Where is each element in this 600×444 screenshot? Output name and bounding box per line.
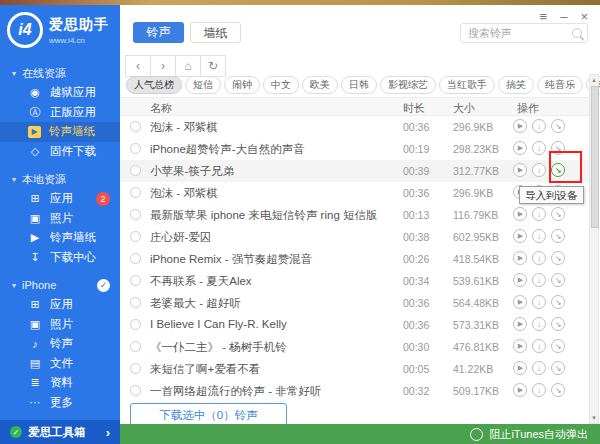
download-button[interactable]: ↓ [532,207,546,221]
sidebar-item-ringtones-wallpapers[interactable]: ▶ 铃声墙纸 [0,122,120,142]
sidebar-item-ringtones-wallpapers-local[interactable]: ▶ 铃声墙纸 [0,228,120,248]
sidebar-item-jailbreak-apps[interactable]: ◉ 越狱应用 [0,83,120,103]
home-button[interactable]: ⌂ [175,55,201,77]
forward-button[interactable]: › [150,55,176,77]
download-button[interactable]: ↓ [532,383,546,397]
close-icon[interactable]: × [580,10,588,24]
block-itunes-checkbox[interactable] [470,428,483,441]
download-button[interactable]: ↓ [532,229,546,243]
import-to-device-button[interactable]: ↘ [551,251,565,265]
row-checkbox[interactable] [130,187,141,198]
ringtone-row[interactable]: 不再联系 - 夏天Alex 00:34 539.61KB ▶ ↓ ↘ [120,270,589,292]
tab-ringtones[interactable]: 铃声 [133,22,184,43]
search-icon[interactable] [572,28,582,38]
play-button[interactable]: ▶ [513,361,527,375]
menu-icon[interactable]: ≡ [540,10,548,24]
download-button[interactable]: ↓ [532,317,546,331]
download-button[interactable]: ↓ [532,361,546,375]
download-button[interactable]: ↓ [532,339,546,353]
search-input[interactable] [466,26,572,40]
ringtone-row[interactable]: 最新版苹果 iphone 来电短信铃声 ring 短信版 00:13 116.7… [120,204,589,226]
play-button[interactable]: ▶ [513,119,527,133]
ringtone-row[interactable]: 小苹果-筷子兄弟 00:39 312.77KB ▶ ↓ ↘ [120,160,589,182]
import-to-device-button[interactable]: ↘ [551,361,565,375]
refresh-button[interactable]: ↻ [200,55,226,77]
play-button[interactable]: ▶ [513,251,527,265]
play-button[interactable]: ▶ [513,339,527,353]
import-to-device-button[interactable]: ↘ [551,273,565,287]
sidebar-item-firmware-download[interactable]: ◇ 固件下载 [0,142,120,162]
sidebar-item-iphone-files[interactable]: ▤ 文件 [0,354,120,374]
download-button[interactable]: ↓ [532,251,546,265]
category-tab-5[interactable]: 日韩 [341,76,377,94]
row-checkbox[interactable] [130,385,141,396]
category-tab-2[interactable]: 闹钟 [224,76,260,94]
import-to-device-button[interactable]: ↘ [551,229,565,243]
play-button[interactable]: ▶ [513,295,527,309]
import-to-device-button[interactable]: ↘ [551,339,565,353]
play-button[interactable]: ▶ [513,229,527,243]
scroll-down-icon[interactable]: ▾ [590,413,598,423]
category-tab-8[interactable]: 搞笑 [498,76,534,94]
sidebar-section-header[interactable]: ▾iPhone✓ [0,275,120,295]
ringtone-row[interactable]: 老婆最大 - 超好听 00:36 564.48KB ▶ ↓ ↘ [120,292,589,314]
row-checkbox[interactable] [130,253,141,264]
category-tab-7[interactable]: 当红歌手 [439,76,495,94]
ringtone-row[interactable]: 一首网络超流行的铃声 - 非常好听 00:32 509.17KB ▶ ↓ ↘ [120,380,589,402]
sidebar-item-iphone-photos[interactable]: ▣ 照片 [0,315,120,335]
sidebar-item-photos[interactable]: ▣ 照片 [0,209,120,229]
ringtone-row[interactable]: iPhone Remix - 强节奏超赞混音 00:26 418.54KB ▶ … [120,248,589,270]
category-tab-4[interactable]: 欧美 [302,76,338,94]
import-to-device-button[interactable]: ↘ [551,207,565,221]
play-button[interactable]: ▶ [513,163,527,177]
download-button[interactable]: ↓ [532,163,546,177]
row-checkbox[interactable] [130,209,141,220]
play-button[interactable]: ▶ [513,273,527,287]
sidebar-section-header[interactable]: ▾本地资源 [0,169,120,189]
sidebar-item-iphone-more[interactable]: ⋯ 更多 [0,393,120,413]
sidebar-item-genuine-apps[interactable]: Ⓐ 正版应用 [0,103,120,123]
ringtone-row[interactable]: 来短信了啊+爱看不看 00:05 41.22KB ▶ ↓ ↘ [120,358,589,380]
scroll-up-icon[interactable]: ▴ [590,75,598,85]
ringtone-row[interactable]: 泡沫 - 邓紫棋 00:36 296.9KB ▶ ↓ ↘ [120,116,589,138]
sidebar-item-iphone-ringtones[interactable]: ♪ 铃声 [0,334,120,354]
row-checkbox[interactable] [130,165,141,176]
sidebar-item-toolbox[interactable]: ✓ 爱思工具箱 › [0,420,120,444]
minimize-icon[interactable]: – [560,10,567,24]
category-tab-1[interactable]: 短信 [185,76,221,94]
play-button[interactable]: ▶ [513,383,527,397]
download-button[interactable]: ↓ [532,141,546,155]
row-checkbox[interactable] [130,143,141,154]
import-to-device-button[interactable]: ↘ [551,119,565,133]
import-to-device-button[interactable]: ↘ [551,295,565,309]
ringtone-row[interactable]: 庄心妍-爱囚 00:38 602.95KB ▶ ↓ ↘ [120,226,589,248]
row-checkbox[interactable] [130,319,141,330]
scrollbar-thumb[interactable] [591,86,599,228]
tab-wallpapers[interactable]: 墙纸 [190,22,241,43]
play-button[interactable]: ▶ [513,317,527,331]
category-tab-3[interactable]: 中文 [263,76,299,94]
row-checkbox[interactable] [130,363,141,374]
sidebar-item-apps[interactable]: ⊞ 应用 2 [0,189,120,209]
ringtone-row[interactable]: I Believe I Can Fly-R. Kelly 00:36 573.3… [120,314,589,336]
download-button[interactable]: ↓ [532,295,546,309]
import-to-device-button[interactable]: ↘ [551,383,565,397]
back-button[interactable]: ‹ [125,55,151,77]
download-button[interactable]: ↓ [532,273,546,287]
category-tab-0[interactable]: 人气总榜 [126,76,182,94]
search-box[interactable] [460,23,588,43]
row-checkbox[interactable] [130,231,141,242]
category-tab-6[interactable]: 影视综艺 [380,76,436,94]
play-button[interactable]: ▶ [513,141,527,155]
ringtone-row[interactable]: iPhone超赞铃声-大自然的声音 00:19 298.23KB ▶ ↓ ↘ [120,138,589,160]
sidebar-item-download-center[interactable]: ↧ 下载中心 [0,248,120,268]
import-to-device-button[interactable]: ↘ [551,317,565,331]
category-tab-9[interactable]: 纯音乐 [537,76,583,94]
row-checkbox[interactable] [130,275,141,286]
row-checkbox[interactable] [130,121,141,132]
scrollbar[interactable]: ▴ ▾ [589,74,599,424]
sidebar-item-iphone-apps[interactable]: ⊞ 应用 [0,295,120,315]
sidebar-section-header[interactable]: ▾在线资源 [0,63,120,83]
download-button[interactable]: ↓ [532,119,546,133]
row-checkbox[interactable] [130,297,141,308]
